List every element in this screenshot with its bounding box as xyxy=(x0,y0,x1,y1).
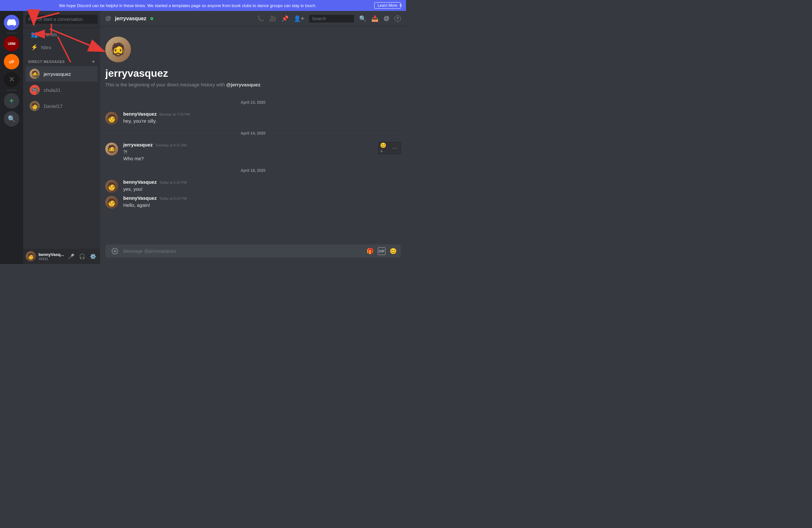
date-label-april14: April 14, 2020 xyxy=(241,131,265,135)
settings-button[interactable]: ⚙️ xyxy=(89,252,98,261)
nitro-label: Nitro xyxy=(41,45,52,50)
header-search-input[interactable] xyxy=(309,15,354,23)
nitro-icon: ⚡ xyxy=(31,44,37,51)
explore-servers-button[interactable]: 🔍 xyxy=(4,111,19,127)
offline-status-daniel17 xyxy=(37,108,40,111)
dm-add-button[interactable]: + xyxy=(92,59,95,65)
dm-avatar-jerryvasquez: 🧔 xyxy=(30,69,40,79)
server-divider xyxy=(6,33,17,33)
message-attach-button[interactable] xyxy=(109,245,121,257)
message-text-1: hey, you're silly. xyxy=(123,118,401,125)
server-divider-2 xyxy=(6,90,17,90)
user-name: bennyVasq... xyxy=(39,252,64,257)
online-status-indicator xyxy=(37,76,40,79)
chat-online-indicator xyxy=(150,17,154,20)
chat-header: @ jerryvasquez 📞 🎥 📌 👤+ 🔍 📥 @ ? xyxy=(100,11,406,26)
date-label-april18: April 18, 2020 xyxy=(241,168,265,173)
message-text-2b: Who me? xyxy=(123,155,401,162)
pin-icon[interactable]: 📌 xyxy=(281,15,289,22)
message-author-3: bennyVasquez xyxy=(123,179,157,185)
message-time-3: Today at 2:20 PM xyxy=(159,181,187,184)
user-avatar: 🧑 xyxy=(26,251,36,261)
mention-icon[interactable]: @ xyxy=(383,15,389,22)
banner-text: We hope Discord can be helpful in these … xyxy=(5,3,371,8)
explore-icon: 🔍 xyxy=(8,115,16,123)
friends-label: Friends xyxy=(41,32,57,37)
message-text-2a: ?! xyxy=(123,149,401,155)
message-header-2: jerryvasquez Tuesday at 9:31 AM xyxy=(123,142,401,147)
message-group-3: 🧑 bennyVasquez Today at 2:20 PM yes, you… xyxy=(100,178,406,194)
help-icon[interactable]: ? xyxy=(394,15,401,22)
message-author-4: bennyVasquez xyxy=(123,195,157,201)
message-author-2: jerryvasquez xyxy=(123,142,153,147)
dm-avatar-daniel17: 🧑 xyxy=(30,101,40,111)
message-text-3: yes, you! xyxy=(123,186,401,193)
dm-name-jerryvasquez: jerryvasquez xyxy=(44,71,71,77)
dm-avatar-chula31: 🎮 xyxy=(30,85,40,95)
server-icon-x[interactable]: ✕ xyxy=(4,72,19,87)
server-sidebar: URM cP ✕ + 🔍 xyxy=(0,11,23,264)
gift-icon[interactable]: 🎁 xyxy=(366,247,374,255)
message-input-right-icons: 🎁 GIF 😊 xyxy=(366,247,397,255)
server-icon-urm[interactable]: URM xyxy=(4,36,19,52)
more-options-button[interactable]: ⋯ xyxy=(390,144,399,153)
online-status-chula31 xyxy=(37,92,40,95)
dm-name-chula31: chula31 xyxy=(44,87,61,93)
message-content-1: bennyVasquez Monday at 7:56 PM hey, you'… xyxy=(123,111,401,125)
add-reaction-button[interactable]: 😊+ xyxy=(380,144,389,153)
channel-sidebar: 👥 Friends ⚡ Nitro DIRECT MESSAGES + 🧔 xyxy=(23,11,100,264)
messages-area[interactable]: 🧔 jerryvasquez This is the beginning of … xyxy=(100,26,406,244)
message-content-2: jerryvasquez Tuesday at 9:31 AM ?! Who m… xyxy=(123,142,401,162)
banner-close-button[interactable]: × xyxy=(399,3,402,8)
message-input-area: 🎁 GIF 😊 xyxy=(100,244,406,264)
message-avatar-jerry: 🧔 xyxy=(105,143,118,155)
dm-name-daniel17: Daniel17 xyxy=(44,103,62,109)
chat-header-name: jerryvasquez xyxy=(115,16,146,22)
message-input[interactable] xyxy=(123,244,364,258)
date-divider-april14: April 14, 2020 xyxy=(105,131,401,135)
message-avatar-benny: 🧑 xyxy=(105,112,118,125)
dm-item-chula31[interactable]: 🎮 chula31 xyxy=(26,82,98,98)
header-right-controls: 📞 🎥 📌 👤+ 🔍 📥 @ ? xyxy=(257,15,401,23)
message-content-3: bennyVasquez Today at 2:20 PM yes, you! xyxy=(123,179,401,193)
emoji-button[interactable]: 😊 xyxy=(389,247,397,255)
main-content: @ jerryvasquez 📞 🎥 📌 👤+ 🔍 📥 @ ? xyxy=(100,11,406,264)
microphone-button[interactable]: 🎤 xyxy=(67,252,76,261)
headphone-button[interactable]: 🎧 xyxy=(78,252,87,261)
dm-item-daniel17[interactable]: 🧑 Daniel17 xyxy=(26,98,98,114)
message-group-1: 🧑 bennyVasquez Monday at 7:56 PM hey, yo… xyxy=(100,110,406,126)
learn-more-button[interactable]: Learn More xyxy=(374,2,401,9)
discord-home-button[interactable] xyxy=(4,15,19,30)
dm-item-jerryvasquez[interactable]: 🧔 jerryvasquez xyxy=(26,66,98,82)
date-divider-april18: April 18, 2020 xyxy=(105,168,401,173)
search-icon[interactable]: 🔍 xyxy=(359,15,366,22)
find-conversation-bar[interactable] xyxy=(23,11,100,28)
message-avatar-benny-3: 🧑 xyxy=(105,196,118,209)
announcement-banner: We hope Discord can be helpful in these … xyxy=(0,0,406,11)
server-icon-x-label: ✕ xyxy=(9,75,14,84)
find-conversation-input[interactable] xyxy=(26,15,98,24)
message-text-4: Hello, again! xyxy=(123,202,401,209)
chat-intro-name: jerryvasquez xyxy=(105,68,401,79)
message-input-box: 🎁 GIF 😊 xyxy=(105,244,401,258)
chat-intro-avatar: 🧔 xyxy=(105,37,131,62)
message-header-3: bennyVasquez Today at 2:20 PM xyxy=(123,179,401,185)
phone-icon[interactable]: 📞 xyxy=(257,15,264,22)
friends-nav-item[interactable]: 👥 Friends xyxy=(26,28,98,41)
message-group-2: 🧔 jerryvasquez Tuesday at 9:31 AM ?! Who… xyxy=(100,141,406,163)
server-icon-urm-label: URM xyxy=(8,42,15,46)
friends-icon: 👥 xyxy=(31,31,37,38)
date-divider-april13: April 13, 2020 xyxy=(105,100,401,105)
gif-button[interactable]: GIF xyxy=(378,247,386,255)
add-server-button[interactable]: + xyxy=(4,93,19,109)
user-panel: 🧑 bennyVasq... #8491 🎤 🎧 ⚙️ xyxy=(23,248,100,264)
user-info: bennyVasq... #8491 xyxy=(39,252,64,261)
video-icon[interactable]: 🎥 xyxy=(269,15,276,22)
server-icon-cp[interactable]: cP xyxy=(4,54,19,69)
nitro-nav-item[interactable]: ⚡ Nitro xyxy=(26,41,98,53)
message-time-2: Tuesday at 9:31 AM xyxy=(155,143,187,147)
message-time-4: Today at 3:24 PM xyxy=(159,197,187,200)
inbox-icon[interactable]: 📥 xyxy=(371,15,378,22)
chat-intro-mention: @jerryvasquez xyxy=(226,82,260,87)
add-friend-icon[interactable]: 👤+ xyxy=(294,15,304,22)
